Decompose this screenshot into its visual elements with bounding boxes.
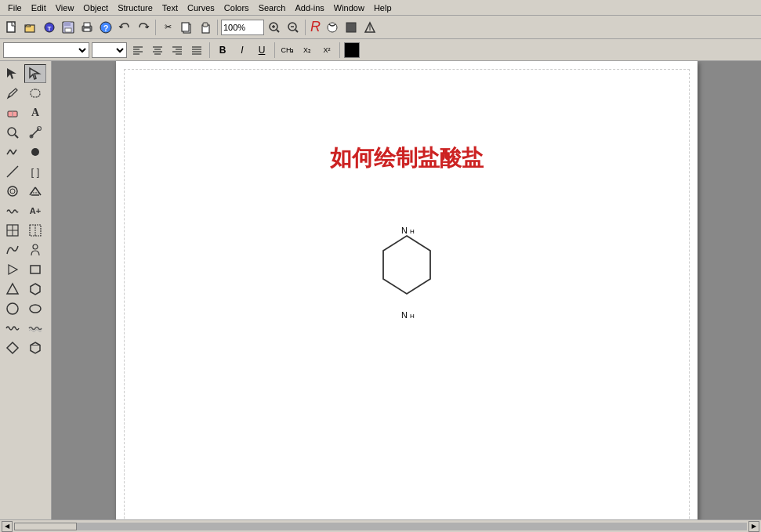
menu-text[interactable]: Text [158, 0, 183, 16]
rect-tool-btn[interactable] [24, 260, 46, 279]
ring-tool-btn[interactable] [2, 182, 24, 201]
underline-button[interactable]: U [253, 42, 270, 59]
diamond-tool-btn[interactable] [2, 338, 24, 357]
menu-window[interactable]: Window [329, 0, 369, 16]
help-button[interactable]: ? [97, 19, 114, 36]
table-tool-btn[interactable] [2, 221, 24, 240]
zoom-in-button[interactable] [266, 19, 283, 36]
ring2-tool-btn[interactable] [24, 182, 46, 201]
svg-line-48 [15, 135, 18, 138]
menu-view[interactable]: View [51, 0, 79, 16]
bold-button[interactable]: B [214, 42, 231, 59]
font-select[interactable] [3, 42, 89, 58]
pencil-tool-btn[interactable] [2, 84, 24, 103]
align-right-button[interactable] [169, 42, 186, 59]
svg-rect-5 [64, 22, 71, 26]
ellipse-tool-btn[interactable] [24, 299, 46, 318]
color-picker[interactable] [344, 42, 360, 58]
menu-addins[interactable]: Add-ins [290, 0, 328, 16]
svg-marker-76 [31, 342, 40, 353]
svg-marker-72 [31, 284, 40, 295]
cut-button[interactable]: ✂ [159, 19, 176, 36]
separator-fmt [209, 42, 210, 58]
menu-search[interactable]: Search [254, 0, 291, 16]
print-button[interactable] [78, 19, 96, 36]
select-tool-btn[interactable] [2, 64, 24, 83]
menu-help[interactable]: Help [369, 0, 397, 16]
zoom-out-button[interactable] [284, 19, 302, 36]
svg-text:N: N [401, 310, 408, 320]
superscript-button[interactable]: X² [318, 42, 335, 59]
menu-curves[interactable]: Curves [183, 0, 219, 16]
svg-point-68 [33, 244, 38, 249]
main-area: A [ ] [0, 61, 761, 519]
new-button[interactable] [3, 19, 20, 36]
align-left-button[interactable] [129, 42, 147, 59]
r-icon[interactable]: R [309, 19, 322, 35]
menu-file[interactable]: File [3, 0, 27, 16]
justify-button[interactable] [188, 42, 205, 59]
play-tool-btn[interactable] [2, 260, 24, 279]
eraser-tool-btn[interactable] [2, 103, 24, 122]
svg-rect-15 [203, 23, 208, 27]
svg-text:H: H [410, 313, 415, 320]
bracket-tool-btn[interactable]: [ ] [24, 162, 46, 181]
redo-button[interactable] [135, 19, 152, 36]
separator-2 [217, 20, 218, 35]
menubar: File Edit View Object Structure Text Cur… [0, 0, 761, 16]
svg-line-54 [13, 150, 16, 154]
svg-point-74 [30, 305, 41, 313]
hexagon-tool-btn[interactable] [24, 280, 46, 299]
wave2-tool-btn[interactable] [24, 319, 46, 338]
bond-tool-btn[interactable] [24, 123, 46, 142]
wavy-tool-btn[interactable] [2, 201, 24, 220]
menu-object[interactable]: Object [78, 0, 113, 16]
svg-line-22 [295, 30, 298, 32]
draw-tool-btn[interactable] [2, 162, 24, 181]
canvas-area[interactable]: 如何绘制盐酸盐 N H N H [52, 61, 761, 519]
zoom-input[interactable] [221, 20, 264, 35]
hex2-tool-btn[interactable] [24, 338, 46, 357]
curve-tool-btn[interactable] [2, 241, 24, 259]
bond-icon3[interactable] [361, 19, 379, 36]
open-button[interactable] [22, 19, 39, 36]
paste-button[interactable] [197, 19, 214, 36]
scroll-left-btn[interactable]: ◀ [2, 521, 13, 532]
menu-edit[interactable]: Edit [27, 0, 51, 16]
size-select[interactable] [92, 42, 127, 58]
align-center-button[interactable] [149, 42, 166, 59]
menu-structure[interactable]: Structure [113, 0, 158, 16]
subscript-button[interactable]: X₂ [299, 42, 316, 59]
italic-button[interactable]: I [234, 42, 251, 59]
person-tool-btn[interactable] [24, 241, 46, 259]
scroll-track[interactable] [14, 523, 747, 530]
bond-icon1[interactable] [324, 19, 341, 36]
scroll-right-btn[interactable]: ▶ [748, 521, 759, 532]
svg-marker-71 [7, 284, 18, 294]
wave-tool-btn[interactable] [2, 319, 24, 338]
svg-marker-82 [383, 236, 430, 294]
svg-rect-9 [84, 28, 90, 31]
lasso-tool-btn[interactable] [24, 84, 46, 103]
bond-icon2[interactable] [342, 19, 360, 36]
copy-button[interactable] [178, 19, 195, 36]
undo-button[interactable] [116, 19, 133, 36]
chain-tool-btn[interactable] [2, 143, 24, 161]
arrow-tool-btn[interactable] [24, 64, 46, 83]
chem-formula-button[interactable]: CH₃ [279, 42, 296, 59]
svg-line-53 [10, 150, 13, 154]
toolbar2: B I U CH₃ X₂ X² [0, 39, 761, 61]
atom-tool-btn[interactable] [24, 143, 46, 161]
table2-tool-btn[interactable] [24, 221, 46, 240]
triangle-tool-btn[interactable] [2, 280, 24, 299]
circle-tool-btn[interactable] [2, 299, 24, 318]
separator-fmt3 [339, 42, 340, 58]
text-tool-btn[interactable]: A [24, 103, 46, 122]
atomlabel-tool-btn[interactable]: A+ [24, 201, 46, 220]
save-template-button[interactable]: T [41, 19, 58, 36]
svg-rect-0 [7, 22, 15, 32]
save-button[interactable] [60, 19, 77, 36]
zoom-in-tool-btn[interactable] [2, 123, 24, 142]
canvas[interactable]: 如何绘制盐酸盐 N H N H [116, 61, 698, 519]
menu-colors[interactable]: Colors [219, 0, 254, 16]
